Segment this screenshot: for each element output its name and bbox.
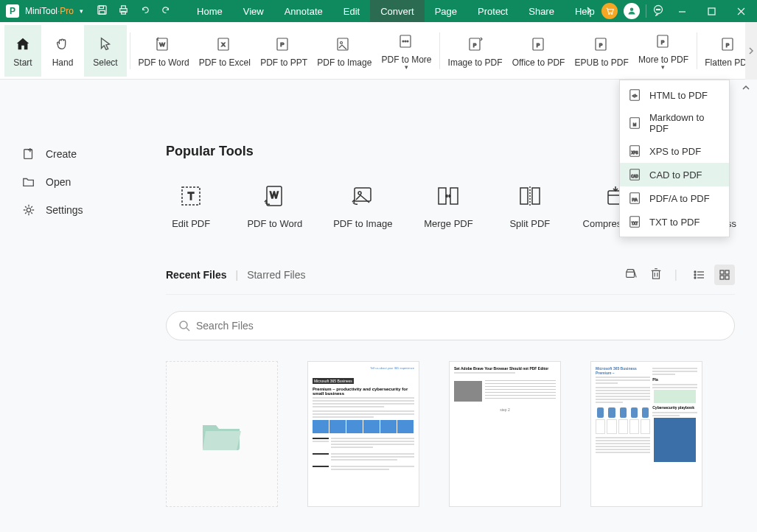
menu-view[interactable]: View	[233, 0, 274, 22]
sidebar-open[interactable]: Open	[22, 168, 133, 196]
dropdown-cad-to-pdf[interactable]: CAD CAD to PDF	[620, 163, 729, 186]
svg-point-10	[656, 9, 657, 10]
file-thumb-1[interactable]: Tell us about your 365 experience Micros…	[307, 361, 419, 507]
ribbon-more-to-pdf[interactable]: P More to PDF ▾	[633, 25, 693, 77]
cart-icon[interactable]	[601, 3, 618, 19]
menu-convert[interactable]: Convert	[370, 0, 425, 22]
ribbon-image-to-pdf[interactable]: P Image to PDF	[443, 25, 507, 77]
list-view-button[interactable]	[689, 265, 710, 285]
menu-home[interactable]: Home	[186, 0, 233, 22]
ribbon-epub-to-pdf[interactable]: P EPUB to PDF	[570, 25, 633, 77]
minimize-button[interactable]	[670, 0, 694, 22]
svg-rect-1	[100, 6, 104, 9]
dropdown-pdfa-to-pdf[interactable]: P/A PDF/A to PDF	[620, 186, 729, 210]
titlebar-left: P MiniTool·Pro ▾	[0, 4, 172, 18]
tool-pdf-to-image[interactable]: PDF to Image	[333, 181, 392, 229]
ribbon-office-to-pdf[interactable]: P Office to PDF	[507, 25, 570, 77]
titlebar: P MiniTool·Pro ▾ Home View Annotate Edit…	[0, 0, 757, 22]
dropdown-html-to-pdf[interactable]: </> HTML to PDF	[620, 83, 729, 107]
menu-protect[interactable]: Protect	[467, 0, 518, 22]
svg-rect-87	[720, 276, 724, 279]
tool-split-pdf-label: Split PDF	[509, 218, 550, 229]
ribbon-pdf-to-image[interactable]: PDF to Image	[313, 25, 377, 77]
svg-point-12	[659, 9, 660, 10]
app-title: MiniTool·Pro	[25, 6, 74, 16]
chat-icon[interactable]	[652, 4, 664, 18]
divider	[646, 4, 646, 18]
sidebar-create[interactable]: Create	[22, 140, 133, 168]
search-input[interactable]	[196, 320, 722, 332]
svg-point-8	[630, 8, 634, 12]
maximize-button[interactable]	[700, 0, 723, 22]
open-file-placeholder[interactable]	[166, 361, 278, 507]
svg-text:M: M	[633, 122, 637, 127]
user-icon[interactable]	[624, 3, 640, 19]
tool-edit-pdf[interactable]: T Edit PDF	[166, 181, 216, 229]
dropdown-html-label: HTML to PDF	[649, 90, 708, 101]
ribbon-select[interactable]: Select	[84, 25, 127, 77]
pdf-to-word-icon: W	[155, 34, 172, 55]
view-toggle	[689, 265, 735, 285]
dropdown-txt-label: TXT to PDF	[649, 217, 700, 228]
tab-recent-files[interactable]: Recent Files	[166, 269, 226, 281]
tool-pdf-to-word[interactable]: W PDF to Word	[247, 181, 302, 229]
file-thumb-2[interactable]: Set Adobe Brave Your Browser Should not …	[449, 361, 561, 507]
more-to-pdf-icon: P	[655, 31, 672, 52]
tool-split-pdf[interactable]: Split PDF	[505, 181, 555, 229]
delete-icon[interactable]	[649, 267, 663, 283]
menu-share[interactable]: Share	[518, 0, 565, 22]
dropdown-txt-to-pdf[interactable]: TXT TXT to PDF	[620, 210, 729, 234]
app-name-text: MiniTool	[25, 6, 57, 16]
svg-point-84	[694, 277, 696, 279]
ribbon-start[interactable]: Start	[4, 25, 41, 77]
search-box[interactable]	[166, 311, 735, 340]
svg-point-27	[405, 41, 406, 42]
ribbon-pdf-to-image-label: PDF to Image	[317, 57, 371, 68]
print-icon[interactable]	[118, 4, 129, 18]
ribbon-pdf-to-ppt-label: PDF to PPT	[260, 57, 307, 68]
ribbon-hand[interactable]: Hand	[41, 25, 84, 77]
svg-rect-2	[100, 10, 105, 14]
ribbon-pdf-to-word[interactable]: W PDF to Word	[133, 25, 194, 77]
dropdown-pdfa-label: PDF/A to PDF	[649, 193, 710, 204]
grid-view-button[interactable]	[714, 265, 735, 285]
dropdown-markdown-to-pdf[interactable]: M Markdown to PDF	[620, 107, 729, 139]
tab-sep: |	[235, 269, 238, 281]
ribbon-office-to-pdf-label: Office to PDF	[512, 57, 565, 68]
dropdown-cad-label: CAD to PDF	[649, 169, 702, 181]
tool-merge-pdf[interactable]: Merge PDF	[423, 181, 473, 229]
menu-annotate[interactable]: Annotate	[274, 0, 333, 22]
cad-icon: CAD	[629, 168, 642, 181]
ribbon-pdf-to-excel-label: PDF to Excel	[199, 57, 251, 68]
ribbon-pdf-to-excel[interactable]: X PDF to Excel	[194, 25, 255, 77]
tool-merge-pdf-label: Merge PDF	[424, 218, 472, 229]
svg-point-89	[180, 321, 187, 329]
redo-icon[interactable]	[161, 4, 172, 18]
svg-point-7	[611, 13, 613, 15]
menu-page[interactable]: Page	[425, 0, 467, 22]
qat-icons	[97, 4, 172, 18]
svg-line-90	[186, 328, 189, 331]
svg-text:W: W	[270, 190, 279, 200]
svg-text:TXT: TXT	[632, 222, 638, 225]
undo-icon[interactable]	[139, 4, 150, 18]
save-icon[interactable]	[97, 4, 108, 18]
sidebar-settings[interactable]: Settings	[22, 196, 133, 224]
file-thumb-3[interactable]: Microsoft 365 Business Premium – Pla Cyb…	[590, 361, 702, 507]
menu-next-icon[interactable]	[585, 6, 593, 16]
markdown-icon: M	[629, 116, 642, 130]
ribbon-pdf-to-more[interactable]: PDF to More ▾	[377, 25, 436, 77]
collapse-ribbon-icon[interactable]	[741, 83, 751, 96]
close-button[interactable]	[729, 0, 753, 22]
dropdown-xps-to-pdf[interactable]: XPS XPS to PDF	[620, 139, 729, 163]
ribbon-separator	[130, 32, 130, 69]
svg-rect-63	[520, 188, 528, 204]
ribbon-pdf-to-ppt[interactable]: P PDF to PPT	[255, 25, 312, 77]
menu-edit[interactable]: Edit	[333, 0, 370, 22]
svg-text:P: P	[599, 43, 603, 48]
ribbon-scroll-right[interactable]	[745, 22, 757, 80]
svg-point-83	[694, 274, 696, 276]
tab-starred-files[interactable]: Starred Files	[247, 269, 305, 281]
clear-history-icon[interactable]	[624, 267, 638, 283]
title-dropdown-icon[interactable]: ▾	[80, 7, 83, 15]
